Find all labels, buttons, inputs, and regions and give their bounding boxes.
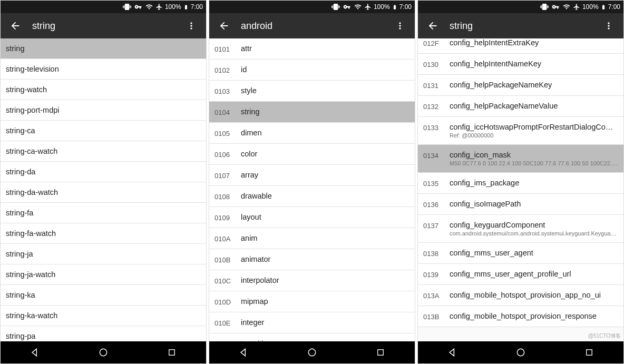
list-item[interactable]: 0102id xyxy=(209,60,415,81)
overflow-menu-button[interactable] xyxy=(181,15,202,36)
list-item[interactable]: string-ka xyxy=(1,285,206,306)
list-item[interactable]: string-pa xyxy=(1,326,206,341)
list-item[interactable]: 0106color xyxy=(209,144,415,165)
list-item[interactable]: string xyxy=(1,38,206,59)
nav-home-button[interactable] xyxy=(505,341,537,363)
list-item[interactable]: string-ja xyxy=(1,244,206,264)
battery-icon xyxy=(392,3,397,11)
list-item[interactable]: 010Ftransition xyxy=(209,333,415,341)
list-item-index: 010B xyxy=(214,255,235,264)
back-button[interactable] xyxy=(213,15,235,36)
list-item[interactable]: 0132config_helpPackageNameValue xyxy=(418,96,623,117)
nav-home-button[interactable] xyxy=(296,341,328,363)
list-item-label: string-ka xyxy=(6,291,201,299)
overflow-menu-button[interactable] xyxy=(598,15,619,36)
list-item-label: string-ja xyxy=(6,250,201,258)
list-item[interactable]: 0138config_mms_user_agent xyxy=(418,243,623,264)
list-item[interactable]: 0134config_icon_maskM50 0C77.6 0 100 22.… xyxy=(418,145,623,173)
svg-rect-1 xyxy=(169,350,175,356)
list-item-index: 0132 xyxy=(423,102,443,111)
list-item[interactable]: 010Dmipmap xyxy=(209,291,415,312)
list-item[interactable]: string-da-watch xyxy=(1,182,206,203)
list-item[interactable]: string-port-mdpi xyxy=(1,100,206,121)
battery-icon xyxy=(601,3,606,11)
list-item-label: drawable xyxy=(241,192,409,200)
list-item[interactable]: 0130config_helpIntentNameKey xyxy=(418,54,623,75)
nav-recents-button[interactable] xyxy=(365,341,396,363)
nav-bar xyxy=(209,341,415,363)
list-item[interactable]: 013Aconfig_mobile_hotspot_provision_app_… xyxy=(418,285,623,306)
list-item-label: config_icon_mask xyxy=(450,151,618,159)
list-item[interactable]: 012Fconfig_helpIntentExtraKey xyxy=(418,38,623,54)
list-item[interactable]: 0133config_iccHotswapPromptForRestartDia… xyxy=(418,117,623,145)
page-title: string xyxy=(26,21,181,32)
list-item[interactable]: 0104string xyxy=(209,102,415,123)
nav-recents-button[interactable] xyxy=(573,341,605,363)
list-item[interactable]: 0107array xyxy=(209,165,415,186)
nav-back-button[interactable] xyxy=(436,341,468,363)
svg-rect-3 xyxy=(378,350,384,356)
list-item-label: interpolator xyxy=(241,276,409,284)
list-item[interactable]: 010Aanim xyxy=(209,228,415,249)
arrow-back-icon xyxy=(427,20,438,32)
list-item[interactable]: string-da xyxy=(1,162,206,182)
list-item-label: string-port-mdpi xyxy=(6,106,201,114)
list-item[interactable]: string-fa xyxy=(1,203,206,223)
list-item-label: style xyxy=(241,86,409,95)
circle-home-icon xyxy=(98,347,109,358)
nav-recents-button[interactable] xyxy=(156,341,188,363)
list-item[interactable]: 010Einteger xyxy=(209,312,415,333)
list-item[interactable]: 0136config_isoImagePath xyxy=(418,194,623,215)
nav-back-button[interactable] xyxy=(228,341,259,363)
list-item-label: string-fa xyxy=(6,209,201,217)
list-item[interactable]: 0137config_keyguardComponentcom.android.… xyxy=(418,215,623,243)
list-item[interactable]: string-fa-watch xyxy=(1,223,206,244)
triangle-back-icon xyxy=(238,347,249,358)
list-item[interactable]: 010Banimator xyxy=(209,249,415,270)
list-item[interactable]: 0103style xyxy=(209,81,415,102)
list-view[interactable]: string string-television string-watch st… xyxy=(1,38,206,341)
watermark: @51CTO博客 xyxy=(588,332,621,340)
svg-rect-5 xyxy=(587,350,592,356)
app-bar: string xyxy=(418,13,623,38)
list-item-label: string-ca-watch xyxy=(6,147,201,155)
key-icon xyxy=(551,3,560,11)
list-item[interactable]: string-ca-watch xyxy=(1,141,206,162)
list-item-label: string-ca xyxy=(6,126,201,135)
back-button[interactable] xyxy=(5,15,26,36)
nav-back-button[interactable] xyxy=(19,341,51,363)
list-item[interactable]: 010Cinterpolator xyxy=(209,270,415,291)
list-item[interactable]: string-ja-watch xyxy=(1,264,206,285)
list-item[interactable]: 013Bconfig_mobile_hotspot_provision_resp… xyxy=(418,306,623,327)
list-item-label: config_mms_user_agent xyxy=(450,249,618,257)
list-item-label: string-ka-watch xyxy=(6,311,201,320)
list-item[interactable]: 0108drawable xyxy=(209,186,415,207)
list-item[interactable]: 0105dimen xyxy=(209,123,415,144)
overflow-menu-button[interactable] xyxy=(389,15,411,36)
list-item[interactable]: string-ca xyxy=(1,121,206,141)
vibrate-icon xyxy=(123,3,131,11)
list-item[interactable]: 0139config_mms_user_agent_profile_url xyxy=(418,264,623,285)
list-item-index: 0135 xyxy=(423,179,443,188)
list-item[interactable]: string-television xyxy=(1,59,206,80)
list-item[interactable]: string-watch xyxy=(1,80,206,100)
list-item[interactable]: 0109layout xyxy=(209,207,415,228)
list-item[interactable]: 0131config_helpPackageNameKey xyxy=(418,75,623,96)
list-item[interactable]: 0101attr xyxy=(209,38,415,60)
list-item-index: 010C xyxy=(214,276,235,285)
back-button[interactable] xyxy=(422,15,443,36)
airplane-icon xyxy=(155,3,163,11)
list-item[interactable]: string-ka-watch xyxy=(1,306,206,326)
wifi-icon xyxy=(145,3,153,11)
list-item-label: string xyxy=(6,44,201,53)
list-item-index: 0134 xyxy=(423,151,443,160)
list-item-label: anim xyxy=(241,234,409,242)
list-view[interactable]: 012Fconfig_helpIntentExtraKey 0130config… xyxy=(418,38,623,341)
airplane-icon xyxy=(573,3,580,11)
list-item[interactable]: 0135config_ims_package xyxy=(418,173,623,194)
list-item-label: color xyxy=(241,150,409,158)
nav-home-button[interactable] xyxy=(87,341,119,363)
list-view[interactable]: 0101attr 0102id 0103style 0104string 010… xyxy=(209,38,415,341)
list-item-index: 0101 xyxy=(214,44,235,53)
more-vert-icon xyxy=(186,21,197,31)
